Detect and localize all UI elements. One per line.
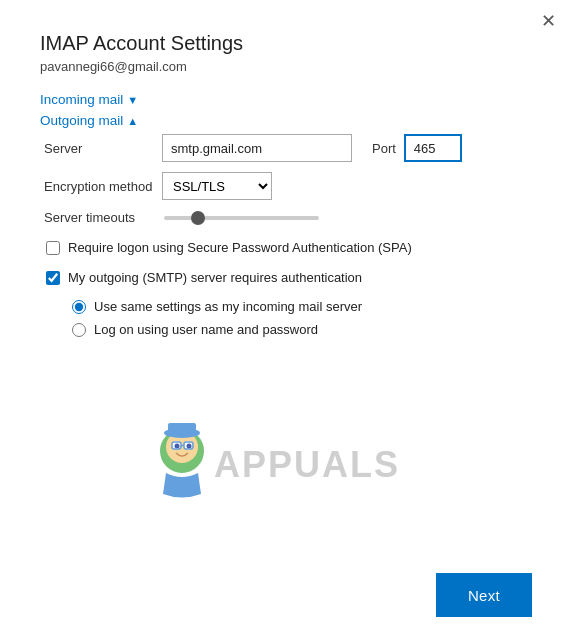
svg-rect-3	[168, 423, 196, 435]
imap-settings-dialog: ✕ IMAP Account Settings pavannegi66@gmai…	[0, 0, 572, 641]
encryption-label: Encryption method	[44, 179, 154, 194]
radio-logon-row: Log on using user name and password	[72, 322, 532, 337]
radio-same-settings[interactable]	[72, 300, 86, 314]
outgoing-mail-form: Server Port Encryption method SSL/TLS ST…	[40, 134, 532, 347]
dialog-title: IMAP Account Settings	[40, 32, 532, 55]
smtp-auth-checkbox[interactable]	[46, 271, 60, 285]
incoming-mail-label: Incoming mail	[40, 92, 123, 107]
timeout-slider-thumb[interactable]	[191, 211, 205, 225]
svg-point-7	[187, 444, 192, 449]
timeout-slider-track	[164, 216, 319, 220]
timeout-label: Server timeouts	[44, 210, 154, 225]
timeout-row: Server timeouts	[44, 210, 532, 225]
incoming-mail-toggle[interactable]: Incoming mail ▼	[40, 92, 532, 107]
radio-same-row: Use same settings as my incoming mail se…	[72, 299, 532, 314]
smtp-auth-options: Use same settings as my incoming mail se…	[44, 299, 532, 337]
radio-same-label: Use same settings as my incoming mail se…	[94, 299, 362, 314]
next-button[interactable]: Next	[436, 573, 532, 617]
smtp-auth-label: My outgoing (SMTP) server requires authe…	[68, 269, 362, 287]
spa-row: Require logon using Secure Password Auth…	[44, 239, 532, 257]
radio-logon[interactable]	[72, 323, 86, 337]
dialog-footer: Next	[40, 563, 532, 617]
encryption-row: Encryption method SSL/TLS STARTTLS None	[44, 172, 532, 200]
port-label: Port	[372, 141, 396, 156]
svg-point-6	[175, 444, 180, 449]
spa-checkbox[interactable]	[46, 241, 60, 255]
outgoing-mail-toggle[interactable]: Outgoing mail ▲	[40, 113, 532, 128]
server-port-row: Server Port	[44, 134, 532, 162]
watermark-area: APPUALS	[40, 355, 532, 563]
server-input[interactable]	[162, 134, 352, 162]
spa-label: Require logon using Secure Password Auth…	[68, 239, 412, 257]
svg-text:APPUALS: APPUALS	[214, 444, 400, 485]
encryption-select[interactable]: SSL/TLS STARTTLS None	[162, 172, 272, 200]
outgoing-mail-arrow: ▲	[127, 115, 138, 127]
server-label: Server	[44, 141, 154, 156]
port-input[interactable]	[404, 134, 462, 162]
dialog-subtitle: pavannegi66@gmail.com	[40, 59, 532, 74]
close-button[interactable]: ✕	[541, 12, 556, 30]
outgoing-mail-label: Outgoing mail	[40, 113, 123, 128]
smtp-auth-row: My outgoing (SMTP) server requires authe…	[44, 269, 532, 287]
incoming-mail-arrow: ▼	[127, 94, 138, 106]
appuals-watermark: APPUALS	[146, 409, 426, 509]
radio-logon-label: Log on using user name and password	[94, 322, 318, 337]
